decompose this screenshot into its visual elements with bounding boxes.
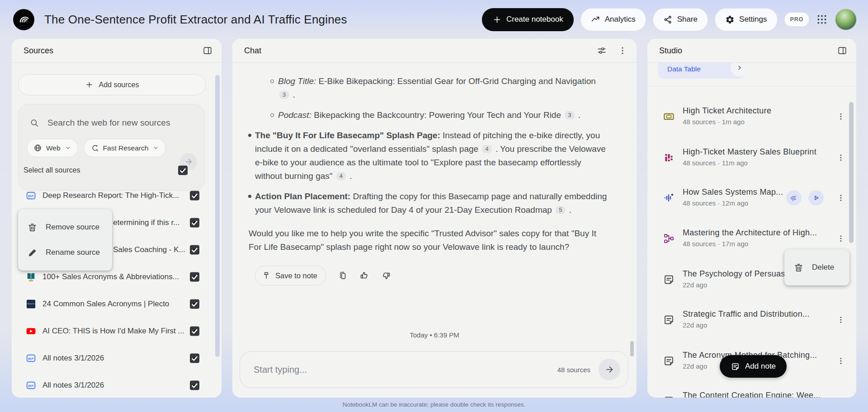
interactive-mode-button[interactable] [786,190,802,206]
message-actions: Save to note [255,266,609,286]
thumb-up-icon[interactable] [359,271,369,281]
settings-button[interactable]: Settings [715,8,777,31]
note-icon [663,274,675,286]
source-title: etermining if this r... [113,218,179,227]
expand-panel-icon[interactable] [837,46,847,56]
plus-icon [492,15,502,24]
studio-item[interactable]: The Content Creation Engine: Wee... [647,389,856,398]
chat-input[interactable]: Start typing... 48 sources [240,351,628,388]
play-icon [811,193,821,202]
svg-text:m+: m+ [28,194,34,198]
source-row[interactable]: m+All notes 3/1/2026 [12,373,222,398]
source-row[interactable]: m+Deep Research Report: The High-Tick... [12,183,222,208]
studio-item[interactable]: High Ticket Architecture48 sources · 1m … [647,104,856,129]
web-search-input[interactable]: Search the web for new sources [19,113,204,136]
source-checkbox[interactable] [190,300,199,309]
assistant-message: Blog Title: E-Bike Bikepacking: Essentia… [248,75,609,254]
send-message-button[interactable] [599,359,620,380]
studio-item-meta: 22d ago [683,321,707,329]
chat-settings-tune-icon[interactable] [597,46,607,56]
studio-item[interactable]: Strategic Traffic and Distribution...22d… [647,307,856,332]
chat-sub-bullet: Blog Title: E-Bike Bikepacking: Essentia… [278,75,609,102]
studio-context-menu: Delete [784,249,849,286]
studio-scrollbar[interactable] [849,102,854,243]
chat-message-area[interactable]: Blog Title: E-Bike Bikepacking: Essentia… [232,62,637,325]
notebooklm-note-icon: m+ [25,353,37,364]
select-all-label: Select all sources [24,166,80,174]
audio-overview-icon [663,192,675,204]
svg-text:m+: m+ [28,356,34,361]
book-favicon-icon [25,272,37,283]
studio-item[interactable]: Mastering the Architecture of High...48 … [647,226,856,251]
studio-item-meta: 48 sources · 12m ago [683,199,748,207]
citation-badge[interactable]: 4 [336,172,346,180]
collapse-panel-icon[interactable] [203,46,212,56]
more-vertical-icon[interactable] [618,46,627,56]
save-to-note-button[interactable]: Save to note [255,266,326,286]
studio-divider [647,86,856,86]
citation-badge[interactable]: 5 [556,206,565,214]
create-notebook-button[interactable]: Create notebook [482,8,574,31]
notebook-title[interactable]: The One-Sentence Profit Extractor and AI… [44,13,347,27]
chevron-down-icon [65,145,71,151]
sources-scrollbar[interactable] [215,75,220,357]
copy-icon[interactable] [338,271,348,281]
youtube-icon [25,326,37,337]
notebooklm-note-icon: m+ [25,380,37,391]
notebooklm-logo-icon[interactable] [13,9,34,30]
citation-badge[interactable]: 3 [565,111,574,119]
studio-item-meta: 48 sources · 17m ago [683,240,748,248]
source-checkbox[interactable] [190,272,199,282]
source-row[interactable]: PLECTO24 Common Sales Acronyms | Plecto [12,291,222,317]
analytics-button[interactable]: Analytics [580,8,646,31]
thumb-down-icon[interactable] [381,271,391,281]
more-vertical-icon[interactable] [836,112,845,122]
chevron-down-icon [152,145,159,151]
source-context-menu: Remove sourceRename source [18,209,112,271]
apps-grid-icon[interactable] [816,14,828,25]
add-note-button[interactable]: Add note [720,355,787,378]
chat-scrollbar[interactable] [630,341,634,356]
play-audio-button[interactable] [808,190,824,206]
trash-icon [793,262,804,273]
more-vertical-icon[interactable] [836,356,845,366]
more-vertical-icon[interactable] [836,234,845,243]
share-button[interactable]: Share [653,8,708,31]
note-icon [663,355,675,367]
user-avatar[interactable] [835,8,857,31]
studio-item[interactable]: High-Ticket Mastery Sales Blueprint48 so… [647,145,856,170]
top-bar: The One-Sentence Profit Extractor and AI… [0,0,868,39]
fast-research-chip[interactable]: Fast Research [84,139,166,157]
source-checkbox[interactable] [190,327,199,336]
select-all-checkbox[interactable] [178,166,188,175]
studio-item-title: The Psychology of Persuasi [683,269,787,279]
more-vertical-icon[interactable] [836,315,845,325]
chat-panel-title: Chat [244,46,261,56]
menu-item-delete[interactable]: Delete [784,255,849,280]
citation-badge[interactable]: 4 [482,145,491,153]
source-row[interactable]: AI CEO: THIS is How I'd Make My First ..… [12,318,222,344]
source-checkbox[interactable] [190,354,199,363]
source-checkbox[interactable] [190,245,199,255]
studio-panel: Studio Data Table High Ticket Architectu… [647,39,856,398]
citation-badge[interactable]: 3 [279,91,289,99]
menu-item-rename-source[interactable]: Rename source [18,240,112,265]
trending-up-icon [591,15,600,24]
chat-bullet: The "Buy It For Life Basecamp" Splash Pa… [255,129,609,183]
source-title: All notes 3/1/2026 [42,354,104,363]
studio-item-title: Strategic Traffic and Distribution... [683,309,810,319]
source-checkbox[interactable] [190,381,199,390]
report-icon [663,152,675,164]
web-source-chip[interactable]: Web [27,139,78,157]
studio-item[interactable]: How Sales Systems Map...48 sources · 12m… [647,185,856,211]
more-vertical-icon[interactable] [836,193,845,203]
source-row[interactable]: m+All notes 3/1/2026 [12,346,222,371]
more-vertical-icon[interactable] [836,153,845,163]
gear-icon [725,15,735,24]
menu-item-remove-source[interactable]: Remove source [18,215,112,240]
svg-text:PLECTO: PLECTO [28,303,35,305]
source-checkbox[interactable] [190,191,199,201]
add-sources-button[interactable]: Add sources [18,74,206,95]
more-vertical-icon[interactable] [836,396,845,398]
source-checkbox[interactable] [190,218,199,228]
